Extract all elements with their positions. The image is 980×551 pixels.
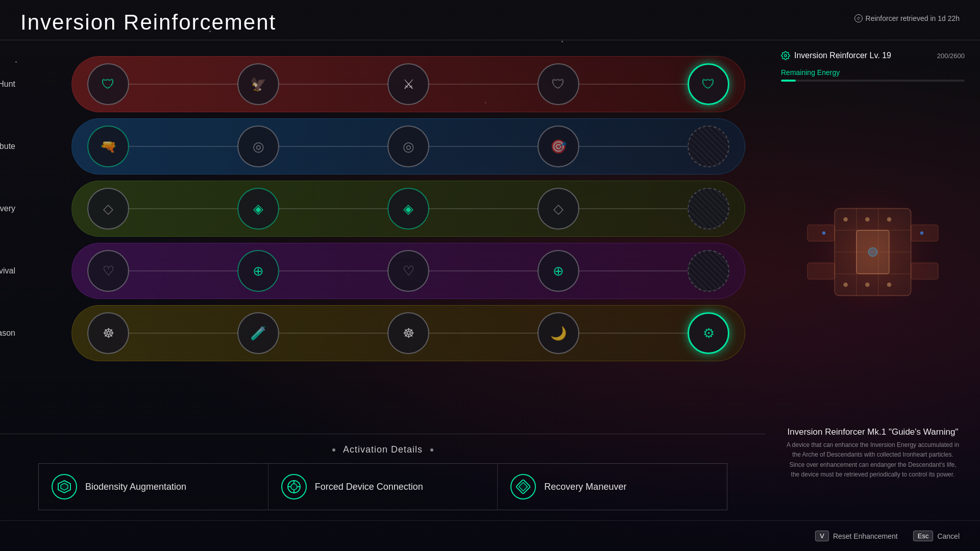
timer-text: Reinforcer retrieved in 1d 22h (866, 14, 960, 22)
rec-node-5[interactable] (688, 188, 729, 230)
svg-point-18 (887, 282, 892, 287)
hunt-nodes: 🛡 🦅 ⚔ 🛡 🛡 (82, 63, 734, 105)
surv-node-5[interactable] (688, 250, 729, 292)
surv-node-4[interactable]: ⊕ (537, 250, 579, 292)
svg-point-20 (920, 231, 923, 234)
rec-icon-3: ◈ (403, 201, 413, 217)
svg-rect-8 (807, 224, 835, 241)
attr-icon-4: 🎯 (550, 139, 567, 155)
svg-point-16 (843, 282, 848, 287)
svg-rect-11 (911, 263, 938, 279)
reset-action[interactable]: V Reset Enhancement (815, 531, 898, 541)
connector (277, 84, 390, 85)
device-image (781, 90, 965, 414)
connector (127, 270, 240, 271)
recovery-maneuver-label: Recovery Maneuver (544, 482, 626, 492)
hunt-row: 🛡 🦅 ⚔ 🛡 🛡 (71, 56, 745, 112)
connector (577, 84, 690, 85)
cancel-action[interactable]: Esc Cancel (913, 531, 960, 541)
reinforcer-title-group: Inversion Reinforcer Lv. 19 (781, 51, 891, 60)
cancel-label: Cancel (937, 532, 960, 540)
attr-node-2[interactable]: ◎ (237, 126, 279, 167)
attribute-row: 🔫 ◎ ◎ 🎯 (71, 118, 745, 174)
skill-tree: Hunt 🛡 🦅 ⚔ 🛡 (0, 41, 766, 490)
device-info: Inversion Reinforcer Mk.1 "Guide's Warni… (781, 422, 965, 480)
hunt-node-3[interactable]: ⚔ (387, 63, 429, 105)
rec-node-4[interactable]: ◇ (537, 188, 579, 230)
surv-node-1[interactable]: ♡ (87, 250, 129, 292)
svg-point-0 (785, 55, 787, 57)
sea-node-4[interactable]: 🌙 (537, 312, 579, 354)
recovery-nodes: ◇ ◈ ◈ ◇ (82, 188, 734, 230)
attribute-label: Attribute (0, 142, 15, 151)
reinforcer-xp: 200/2600 (937, 52, 965, 60)
recovery-maneuver-icon (510, 474, 536, 499)
connector (427, 146, 540, 147)
attr-icon-2: ◎ (253, 139, 264, 155)
activation-card-biodensity[interactable]: Biodensity Augmentation (39, 464, 268, 510)
connector (577, 270, 690, 271)
timer-info: ⏱ Reinforcer retrieved in 1d 22h (854, 14, 960, 22)
season-label: Season (0, 329, 15, 338)
attr-icon-3: ◎ (403, 139, 414, 155)
attr-icon-1: 🔫 (100, 139, 116, 155)
sea-node-2[interactable]: 🧪 (237, 312, 279, 354)
dot-left (332, 448, 335, 452)
survival-label: Survival (0, 266, 15, 276)
biodensity-label: Biodensity Augmentation (85, 482, 186, 492)
surv-node-3[interactable]: ♡ (387, 250, 429, 292)
activation-card-recovery[interactable]: Recovery Maneuver (498, 464, 727, 510)
svg-point-25 (291, 484, 297, 490)
attr-node-5[interactable] (688, 126, 729, 167)
connector (277, 270, 390, 271)
survival-nodes: ♡ ⊕ ♡ ⊕ (82, 250, 734, 292)
recovery-label: Recovery (0, 204, 15, 213)
forced-label: Forced Device Connection (315, 482, 423, 492)
gear-icon (781, 51, 790, 60)
rec-node-1[interactable]: ◇ (87, 188, 129, 230)
surv-icon-1: ♡ (103, 263, 114, 279)
surv-icon-3: ♡ (403, 263, 414, 279)
sea-icon-4: 🌙 (550, 325, 567, 341)
connector (427, 208, 540, 209)
hunt-node-2[interactable]: 🦅 (237, 63, 279, 105)
surv-icon-2: ⊕ (253, 263, 264, 279)
hunt-node-5[interactable]: 🛡 (688, 63, 729, 105)
svg-rect-31 (519, 483, 528, 491)
attr-node-4[interactable]: 🎯 (537, 126, 579, 167)
sea-node-5[interactable]: ⚙ (688, 312, 729, 354)
device-svg (791, 165, 954, 339)
rec-node-2[interactable]: ◈ (237, 188, 279, 230)
surv-node-2[interactable]: ⊕ (237, 250, 279, 292)
activation-title-row: Activation Details (332, 444, 433, 455)
attr-node-3[interactable]: ◎ (387, 126, 429, 167)
cancel-key: Esc (913, 531, 934, 541)
hunt-node-1[interactable]: 🛡 (87, 63, 129, 105)
connector (127, 208, 240, 209)
energy-fill (781, 80, 796, 82)
hunt-node-4[interactable]: 🛡 (537, 63, 579, 105)
bottom-bar: V Reset Enhancement Esc Cancel (0, 520, 980, 551)
rec-node-3[interactable]: ◈ (387, 188, 429, 230)
activation-card-forced[interactable]: Forced Device Connection (268, 464, 498, 510)
dot-right (430, 448, 433, 452)
svg-point-14 (865, 217, 870, 221)
reset-label: Reset Enhancement (833, 532, 898, 540)
hunt-icon-3: ⚔ (403, 77, 414, 92)
sea-node-1[interactable]: ☸ (87, 312, 129, 354)
svg-rect-9 (911, 224, 938, 241)
reinforcer-header: Inversion Reinforcer Lv. 19 200/2600 (781, 51, 965, 60)
rec-icon-4: ◇ (553, 201, 564, 217)
hunt-icon-4: 🛡 (552, 77, 565, 92)
survival-row: ♡ ⊕ ♡ ⊕ (71, 243, 745, 299)
device-desc: A device that can enhance the Inversion … (786, 440, 960, 480)
sea-icon-3: ☸ (403, 325, 414, 341)
hunt-icon-5: 🛡 (702, 77, 715, 92)
connector (277, 208, 390, 209)
sea-node-3[interactable]: ☸ (387, 312, 429, 354)
recovery-svg (516, 480, 530, 494)
svg-rect-10 (807, 263, 835, 279)
reset-key: V (815, 531, 829, 541)
attr-node-1[interactable]: 🔫 (87, 126, 129, 167)
season-row: ☸ 🧪 ☸ 🌙 ⚙ (71, 305, 745, 361)
